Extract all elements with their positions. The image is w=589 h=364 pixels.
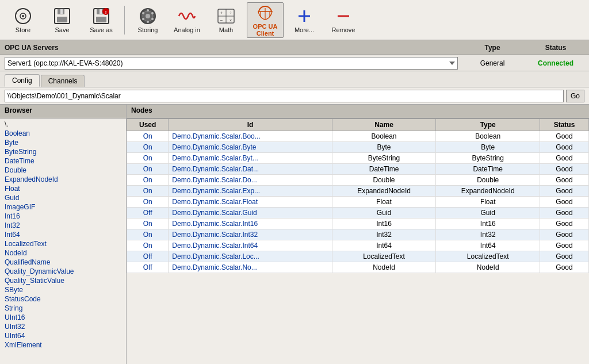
cell-used: Off: [127, 251, 169, 262]
browser-item[interactable]: StatusCode: [3, 294, 123, 304]
remove-button[interactable]: Remove: [325, 2, 362, 38]
saveas-button[interactable]: ! Save as: [83, 2, 120, 38]
cell-status: Good: [540, 142, 589, 153]
type-column-header: Type: [458, 44, 527, 52]
browser-item[interactable]: QualifiedName: [3, 258, 123, 267]
browser-item[interactable]: DateTime: [3, 156, 123, 166]
col-id: Id: [169, 119, 332, 131]
svg-rect-6: [60, 9, 63, 14]
main-content: OPC UA Servers Type Status Server1 (opc.…: [0, 40, 589, 364]
svg-text:−: −: [220, 18, 223, 23]
svg-point-20: [142, 18, 144, 20]
opcua-icon: [256, 3, 274, 22]
go-button[interactable]: Go: [566, 90, 584, 102]
analogin-icon: [178, 7, 196, 25]
server-type: General: [458, 59, 527, 67]
tab-channels[interactable]: Channels: [41, 75, 85, 87]
cell-type: Byte: [436, 142, 540, 153]
table-row: OnDemo.Dynamic.Scalar.ByteByteByteGood: [127, 142, 589, 153]
cell-name: NodeId: [332, 262, 436, 273]
table-row: OnDemo.Dynamic.Scalar.Do...DoubleDoubleG…: [127, 175, 589, 186]
svg-text:!: !: [105, 10, 107, 15]
cell-status: Good: [540, 186, 589, 197]
browser-item[interactable]: XmlElement: [3, 340, 123, 350]
table-row: OffDemo.Dynamic.Scalar.Loc...LocalizedTe…: [127, 251, 589, 262]
browser-item[interactable]: Int16: [3, 212, 123, 221]
cell-id: Demo.Dynamic.Scalar.Int16: [169, 219, 332, 229]
browser-panel: Browser \.BooleanByteByteStringDateTimeD…: [0, 105, 127, 364]
cell-name: Int32: [332, 229, 436, 240]
table-row: OnDemo.Dynamic.Scalar.Byt...ByteStringBy…: [127, 153, 589, 164]
browser-item[interactable]: UInt16: [3, 313, 123, 322]
analogin-button[interactable]: Analog in: [169, 2, 205, 38]
cell-id: Demo.Dynamic.Scalar.Float: [169, 197, 332, 208]
browser-list: \.BooleanByteByteStringDateTimeDoubleExp…: [0, 118, 126, 364]
cell-id: Demo.Dynamic.Scalar.Do...: [169, 175, 332, 186]
cell-used: On: [127, 186, 169, 197]
more-button[interactable]: More...: [286, 2, 323, 38]
browser-nodes-area: Browser \.BooleanByteByteStringDateTimeD…: [0, 105, 589, 364]
browser-item[interactable]: NodeId: [3, 248, 123, 258]
path-input[interactable]: [5, 90, 564, 102]
browser-item[interactable]: Boolean: [3, 129, 123, 138]
remove-icon: [334, 7, 353, 25]
table-row: OnDemo.Dynamic.Scalar.Int64Int64Int64Goo…: [127, 240, 589, 251]
browser-item[interactable]: Double: [3, 166, 123, 175]
browser-item[interactable]: LocalizedText: [3, 239, 123, 248]
cell-id: Demo.Dynamic.Scalar.No...: [169, 262, 332, 273]
cell-used: On: [127, 219, 169, 229]
browser-item[interactable]: \.: [3, 120, 123, 129]
browser-item[interactable]: ImageGIF: [3, 202, 123, 212]
cell-status: Good: [540, 219, 589, 229]
cell-used: On: [127, 164, 169, 175]
storing-icon: [139, 7, 157, 25]
opcua-button[interactable]: OPC UA Client: [247, 2, 284, 38]
table-row: OnDemo.Dynamic.Scalar.Int16Int16Int16Goo…: [127, 219, 589, 229]
svg-rect-10: [100, 9, 102, 14]
browser-item[interactable]: UInt32: [3, 322, 123, 331]
store-button[interactable]: Store: [5, 2, 41, 38]
browser-item[interactable]: Quality_StaticValue: [3, 276, 123, 285]
cell-id: Demo.Dynamic.Scalar.Exp...: [169, 186, 332, 197]
storing-button[interactable]: Storing: [129, 2, 166, 38]
cell-name: Boolean: [332, 131, 436, 142]
browser-item[interactable]: Guid: [3, 193, 123, 202]
cell-used: On: [127, 197, 169, 208]
server-status: Connected: [527, 59, 584, 67]
table-row: OnDemo.Dynamic.Scalar.Dat...DateTimeDate…: [127, 164, 589, 175]
nodes-table: Used Id Name Type Status OnDemo.Dynamic.…: [127, 118, 589, 273]
cell-type: Double: [436, 175, 540, 186]
opc-servers-header: OPC UA Servers Type Status: [0, 40, 589, 55]
browser-item[interactable]: Byte: [3, 138, 123, 147]
cell-status: Good: [540, 229, 589, 240]
cell-status: Good: [540, 175, 589, 186]
cell-name: Byte: [332, 142, 436, 153]
cell-used: On: [127, 131, 169, 142]
browser-item[interactable]: String: [3, 304, 123, 313]
tab-config[interactable]: Config: [5, 74, 40, 87]
nodes-table-wrapper: Used Id Name Type Status OnDemo.Dynamic.…: [127, 118, 589, 364]
browser-item[interactable]: SByte: [3, 285, 123, 294]
browser-item[interactable]: Int32: [3, 221, 123, 230]
cell-type: ExpandedNodeId: [436, 186, 540, 197]
math-icon: + ÷ − ×: [217, 7, 235, 25]
cell-id: Demo.Dynamic.Scalar.Boo...: [169, 131, 332, 142]
server-select[interactable]: Server1 (opc.tcp://KAL-EVA-S:48020): [5, 57, 458, 70]
cell-type: Int32: [436, 229, 540, 240]
browser-item[interactable]: Quality_DynamicValue: [3, 267, 123, 276]
table-row: OffDemo.Dynamic.Scalar.No...NodeIdNodeId…: [127, 262, 589, 273]
browser-item[interactable]: Int64: [3, 230, 123, 239]
tabs-row: Config Channels: [0, 71, 589, 87]
browser-item[interactable]: ExpandedNodeId: [3, 175, 123, 184]
cell-id: Demo.Dynamic.Scalar.Guid: [169, 208, 332, 219]
save-button[interactable]: Save: [44, 2, 81, 38]
table-row: OffDemo.Dynamic.Scalar.GuidGuidGuidGood: [127, 208, 589, 219]
browser-item[interactable]: Float: [3, 184, 123, 193]
table-row: OnDemo.Dynamic.Scalar.Exp...ExpandedNode…: [127, 186, 589, 197]
svg-point-16: [147, 9, 149, 12]
browser-item[interactable]: ByteString: [3, 147, 123, 156]
cell-name: ExpandedNodeId: [332, 186, 436, 197]
browser-item[interactable]: UInt64: [3, 331, 123, 340]
math-button[interactable]: + ÷ − × Math: [208, 2, 244, 38]
cell-used: On: [127, 240, 169, 251]
